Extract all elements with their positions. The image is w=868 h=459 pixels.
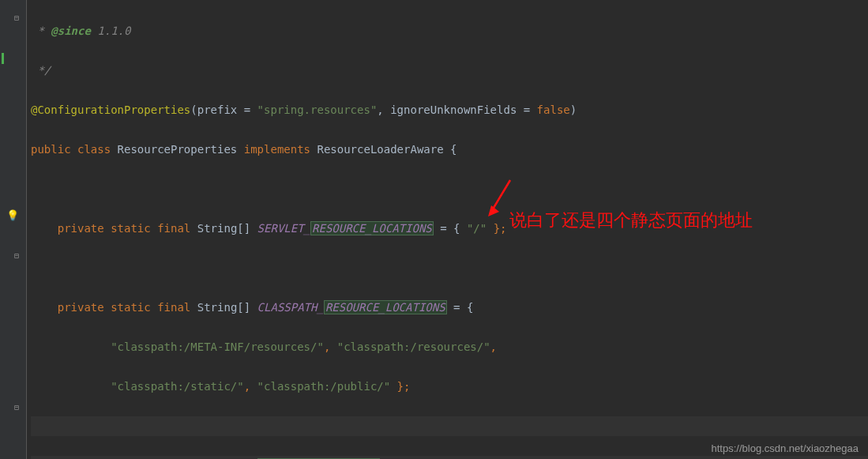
fold-start-icon[interactable]: ⊟ [14, 251, 27, 264]
lightbulb-icon[interactable]: 💡 [6, 209, 19, 222]
field-declaration: private static final String[] CLASSPATH_… [31, 298, 868, 318]
class-declaration: public class ResourceProperties implemen… [31, 140, 868, 160]
field-declaration: private static final String[] RESOURCE_L… [31, 456, 868, 459]
comment: */ [31, 64, 51, 77]
annotation-line: @ConfigurationProperties(prefix = "sprin… [31, 100, 868, 120]
fold-end-icon[interactable]: ⊟ [14, 13, 27, 26]
comment: * @since 1.1.0 [31, 24, 130, 37]
fold-end-icon[interactable]: ⊟ [14, 403, 27, 416]
watermark: https://blog.csdn.net/xiaozhegaa [712, 442, 859, 454]
string-array: "classpath:/static/", "classpath:/public… [31, 377, 868, 397]
modified-marker-icon [2, 53, 4, 64]
string-array: "classpath:/META-INF/resources/", "class… [31, 337, 868, 357]
svg-line-0 [491, 180, 510, 212]
gutter: ⊟ 💡 ⊟ ⊟ [0, 0, 27, 459]
annotation-callout: 说白了还是四个静态页面的地址 [509, 207, 857, 234]
